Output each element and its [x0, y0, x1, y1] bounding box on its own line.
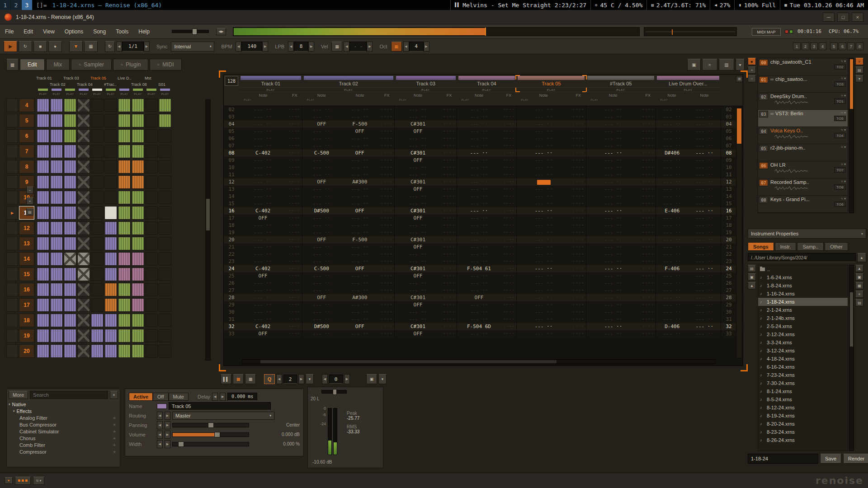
- file-list-scrollbar[interactable]: [849, 265, 854, 451]
- note-cell[interactable]: --- ··: [239, 135, 287, 142]
- note-cell[interactable]: --- ··: [689, 207, 721, 215]
- matrix-cell[interactable]: [91, 129, 104, 143]
- fx-cell[interactable]: ····: [501, 287, 516, 294]
- note-cell[interactable]: D#500: [302, 207, 341, 215]
- volume-up-icon[interactable]: ▶: [165, 431, 170, 439]
- matrix-cell[interactable]: [77, 160, 90, 174]
- note-cell[interactable]: --- ··: [656, 294, 689, 301]
- note-cell[interactable]: --- ··: [586, 294, 640, 301]
- panning-slider[interactable]: [172, 423, 249, 427]
- track-play-indicator[interactable]: PLAY: [239, 87, 302, 92]
- note-cell[interactable]: F-504 61: [457, 265, 501, 272]
- matrix-cell[interactable]: [104, 267, 117, 281]
- matrix-cell[interactable]: [132, 175, 144, 189]
- fx-cell[interactable]: ····: [287, 265, 302, 272]
- note-cell[interactable]: --- ··: [517, 121, 571, 128]
- fx-cell[interactable]: ····: [441, 150, 457, 157]
- note-cell[interactable]: --- ··: [689, 222, 721, 229]
- fx-cell[interactable]: ····: [441, 164, 457, 171]
- note-cell[interactable]: --- ··: [239, 113, 287, 121]
- note-cell[interactable]: C-500: [302, 150, 341, 157]
- note-cell[interactable]: --- ··: [457, 178, 501, 186]
- note-cell[interactable]: --- ··: [457, 193, 501, 200]
- instrument-scrollbar[interactable]: [849, 58, 854, 213]
- scope-icon[interactable]: ≈ ▾: [841, 197, 846, 201]
- matrix-track-label[interactable]: Track 02: [50, 82, 77, 89]
- scope-icon[interactable]: ≈ ▾: [841, 145, 846, 149]
- instrument-row[interactable]: 06OH LR≈ ▾TO7: [758, 161, 848, 178]
- instrument-index[interactable]: 07: [759, 179, 768, 186]
- note-cell[interactable]: --- ··: [517, 287, 571, 294]
- matrix-cell[interactable]: [91, 221, 104, 235]
- track-name-field[interactable]: Track 05: [169, 402, 271, 410]
- matrix-cell[interactable]: [118, 114, 131, 127]
- editstep-dropdown-icon[interactable]: ▾: [306, 374, 314, 384]
- fx-cell[interactable]: ····: [379, 157, 394, 164]
- matrix-cell[interactable]: [159, 267, 171, 281]
- note-cell[interactable]: --- ··: [341, 229, 379, 236]
- track-color-swatch[interactable]: [157, 404, 167, 409]
- fx-cell[interactable]: ····: [571, 258, 586, 265]
- note-cell[interactable]: --- ··: [586, 106, 640, 113]
- library-icon[interactable]: ▤: [748, 265, 756, 272]
- matrix-cell[interactable]: [91, 283, 104, 296]
- note-cell[interactable]: --- ··: [689, 316, 721, 323]
- scrollbar-top-icon[interactable]: ▦: [736, 76, 743, 82]
- workspace-button[interactable]: 2: [11, 0, 22, 10]
- matrix-cell[interactable]: [37, 252, 49, 266]
- pattern-length-box[interactable]: 128: [225, 76, 238, 86]
- note-cell[interactable]: --- ··: [656, 301, 689, 309]
- note-cell[interactable]: --- ··: [656, 258, 689, 265]
- matrix-cell[interactable]: [104, 160, 117, 174]
- fx-cell[interactable]: ····: [379, 113, 394, 121]
- matrix-cell[interactable]: [118, 206, 131, 220]
- note-cell[interactable]: --- ··: [656, 171, 689, 178]
- matrix-cell[interactable]: [50, 114, 63, 127]
- matrix-cell[interactable]: [118, 267, 131, 281]
- quantize-button[interactable]: Q: [264, 374, 275, 384]
- note-cell[interactable]: --- ··: [239, 301, 287, 309]
- meter-gain-fader[interactable]: [321, 390, 347, 394]
- note-cell[interactable]: --- ··: [457, 186, 501, 193]
- note-cell[interactable]: --- ··: [517, 280, 571, 287]
- fx-cell[interactable]: ····: [571, 222, 586, 229]
- matrix-cell[interactable]: [64, 99, 76, 112]
- fx-cell[interactable]: ····: [379, 106, 394, 113]
- fx-cell[interactable]: ····: [571, 272, 586, 280]
- fx-cell[interactable]: ····: [441, 258, 457, 265]
- sequence-pattern-button[interactable]: 17: [19, 298, 34, 312]
- matrix-track-label[interactable]: Track 03: [63, 76, 90, 82]
- note-cell[interactable]: --- ··: [395, 229, 441, 236]
- pattern-track-header[interactable]: ‹›Live Drum Over...PLAYNoteNotePLAY: [656, 76, 721, 106]
- note-cell[interactable]: --- ··: [341, 301, 379, 309]
- fx-cell[interactable]: ····: [501, 106, 516, 113]
- matrix-track-label[interactable]: Live D..: [118, 76, 145, 82]
- matrix-cell[interactable]: [159, 344, 171, 358]
- note-cell[interactable]: --- ··: [239, 128, 287, 135]
- matrix-cell[interactable]: [159, 99, 171, 112]
- pattern-vscrollbar[interactable]: [736, 107, 742, 358]
- note-cell[interactable]: --- ··: [341, 215, 379, 222]
- note-cell[interactable]: --- ··: [457, 258, 501, 265]
- matrix-cell[interactable]: [77, 99, 90, 112]
- fx-cell[interactable]: ····: [571, 186, 586, 193]
- instrument-row[interactable]: 01∞ chip_sawtoo...≈ ▾TO3: [758, 75, 848, 93]
- note-cell[interactable]: --- ··: [395, 113, 441, 121]
- note-cell[interactable]: OFF: [239, 330, 287, 338]
- sequence-select-box[interactable]: [6, 114, 18, 127]
- menu-item-view[interactable]: View: [38, 24, 60, 38]
- matrix-cell[interactable]: [145, 206, 158, 220]
- note-cell[interactable]: OFF: [395, 330, 441, 338]
- fx-cell[interactable]: ····: [441, 222, 457, 229]
- matrix-cell[interactable]: [91, 329, 104, 343]
- matrix-cell[interactable]: [77, 298, 90, 312]
- favorite-star-icon[interactable]: ★: [113, 422, 116, 427]
- track-play-indicator[interactable]: PLAY: [395, 87, 457, 92]
- note-cell[interactable]: --- ··: [302, 171, 341, 178]
- matrix-cell[interactable]: [159, 314, 171, 327]
- fx-cell[interactable]: ····: [287, 323, 302, 330]
- matrix-cell[interactable]: [50, 329, 63, 343]
- matrix-cell[interactable]: [64, 314, 76, 327]
- note-cell[interactable]: --- ··: [341, 157, 379, 164]
- pattern-track-header[interactable]: ‹›Track 03PLAYNoteFXPLAY: [395, 76, 457, 106]
